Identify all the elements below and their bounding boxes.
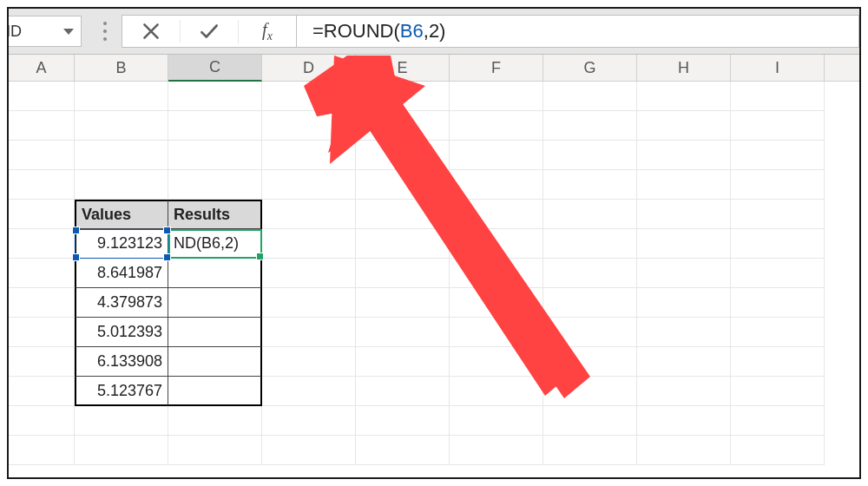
cancel-button[interactable] [122,20,180,43]
formula-text-ref: B6 [400,20,424,43]
cell-B10[interactable]: 6.133908 [75,347,168,377]
fx-icon: fx [262,20,273,43]
column-headers: A B C D E F G H I [9,55,859,82]
cell-B7[interactable]: 8.641987 [75,259,168,288]
formula-bar-separator [101,22,109,41]
cell-C8[interactable] [168,288,262,318]
cell-C11[interactable] [168,377,262,406]
cell-C6-active[interactable]: ND(B6,2) [168,229,262,259]
column-header[interactable]: A [9,55,75,81]
formula-bar: ND fx =ROUND(B6,2) [9,9,859,55]
column-header[interactable]: G [543,55,637,81]
column-header[interactable]: F [450,55,543,81]
cell-B11[interactable]: 5.123767 [75,377,168,406]
column-header[interactable]: E [356,55,450,81]
cell-C10[interactable] [168,347,262,377]
cell-B8[interactable]: 4.379873 [75,288,168,318]
name-box[interactable]: ND [7,16,82,47]
cell-C9[interactable] [168,318,262,347]
enter-button[interactable] [180,20,238,43]
insert-function-button[interactable]: fx [238,20,296,43]
formula-input[interactable]: =ROUND(B6,2) [297,15,859,48]
chevron-down-icon[interactable] [63,29,74,35]
column-header[interactable]: B [75,55,168,81]
table-header-values[interactable]: Values [75,200,168,229]
formula-text-suffix: ,2) [424,20,446,43]
formula-bar-buttons: fx [122,15,297,48]
column-header[interactable]: I [731,55,825,81]
name-box-value: ND [7,23,22,41]
table-header-results[interactable]: Results [168,200,262,229]
spreadsheet-grid[interactable]: Values Results 9.123123 ND(B6,2) 8.64198… [9,82,859,479]
formula-text-prefix: =ROUND( [312,20,400,43]
column-header[interactable]: H [637,55,731,81]
cell-B9[interactable]: 5.012393 [75,318,168,347]
column-header[interactable]: C [168,55,262,82]
cell-C7[interactable] [168,259,262,288]
cell-B6[interactable]: 9.123123 [75,229,168,259]
column-header[interactable]: D [262,55,356,81]
